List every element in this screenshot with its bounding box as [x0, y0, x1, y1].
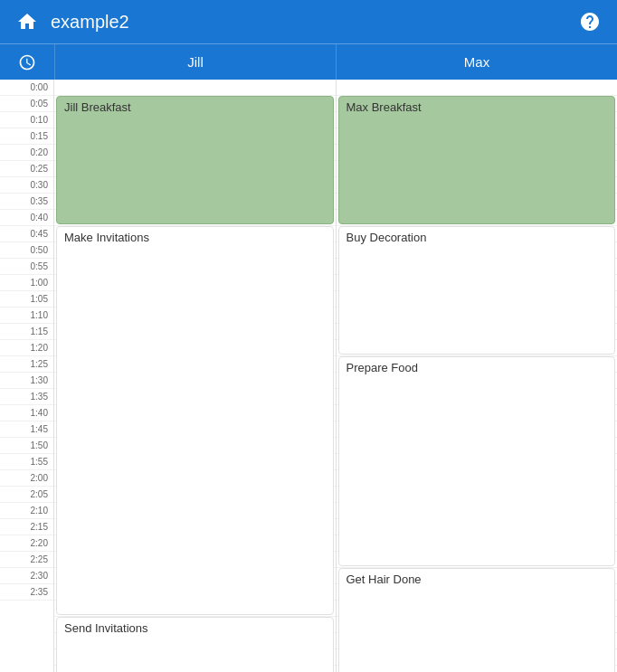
time-label: 2:00: [0, 470, 53, 487]
app-title: example2: [51, 12, 577, 33]
time-label: 1:50: [0, 438, 53, 454]
jill-column-header: Jill: [54, 44, 336, 80]
time-label: 0:00: [0, 80, 53, 96]
time-label: 1:45: [0, 421, 53, 438]
time-label: 0:45: [0, 226, 53, 242]
time-label: 0:15: [0, 128, 53, 145]
time-column: 0:000:050:100:150:200:250:300:350:400:45…: [0, 80, 54, 672]
home-icon[interactable]: [14, 9, 40, 34]
time-label: 1:30: [0, 373, 53, 389]
time-label: 1:00: [0, 275, 53, 291]
time-label: 2:35: [0, 584, 53, 601]
time-header: [0, 44, 54, 80]
time-label: 0:55: [0, 259, 53, 275]
max-column-header: Max: [336, 44, 617, 80]
schedule-area[interactable]: 0:000:050:100:150:200:250:300:350:400:45…: [0, 80, 617, 672]
time-label: 0:05: [0, 96, 53, 112]
time-label: 1:25: [0, 356, 53, 373]
max-schedule-column: Max BreakfastBuy DecorationPrepare FoodG…: [337, 80, 618, 672]
grid-line: [337, 80, 618, 96]
time-label: 0:25: [0, 161, 53, 177]
jill-schedule-column: Jill BreakfastMake InvitationsSend Invit…: [54, 80, 337, 672]
time-label: 2:15: [0, 519, 53, 535]
time-label: 1:20: [0, 340, 53, 356]
help-icon[interactable]: [577, 9, 603, 34]
app-header: example2: [0, 0, 617, 43]
make-invitations[interactable]: Make Invitations: [56, 226, 334, 615]
time-label: 1:40: [0, 405, 53, 421]
time-label: 2:05: [0, 487, 53, 503]
time-label: 1:10: [0, 308, 53, 324]
jill-breakfast[interactable]: Jill Breakfast: [56, 96, 334, 224]
send-invitations[interactable]: Send Invitations: [56, 617, 334, 672]
person-row: Jill Max: [0, 43, 617, 80]
time-label: 2:25: [0, 552, 53, 568]
time-label: 1:35: [0, 389, 53, 405]
get-hair-done[interactable]: Get Hair Done: [338, 568, 616, 672]
time-label: 1:15: [0, 324, 53, 340]
time-label: 0:20: [0, 145, 53, 161]
time-label: 2:30: [0, 568, 53, 584]
time-label: 1:55: [0, 454, 53, 470]
buy-decoration[interactable]: Buy Decoration: [338, 226, 616, 355]
grid-line: [54, 80, 336, 96]
time-label: 2:10: [0, 503, 53, 519]
prepare-food[interactable]: Prepare Food: [338, 356, 616, 566]
time-label: 0:35: [0, 194, 53, 210]
time-label: 2:20: [0, 535, 53, 552]
time-label: 1:05: [0, 291, 53, 308]
time-label: 0:30: [0, 177, 53, 194]
time-label: 0:40: [0, 210, 53, 226]
time-label: 0:10: [0, 112, 53, 128]
max-breakfast[interactable]: Max Breakfast: [338, 96, 616, 224]
time-label: 0:50: [0, 242, 53, 259]
